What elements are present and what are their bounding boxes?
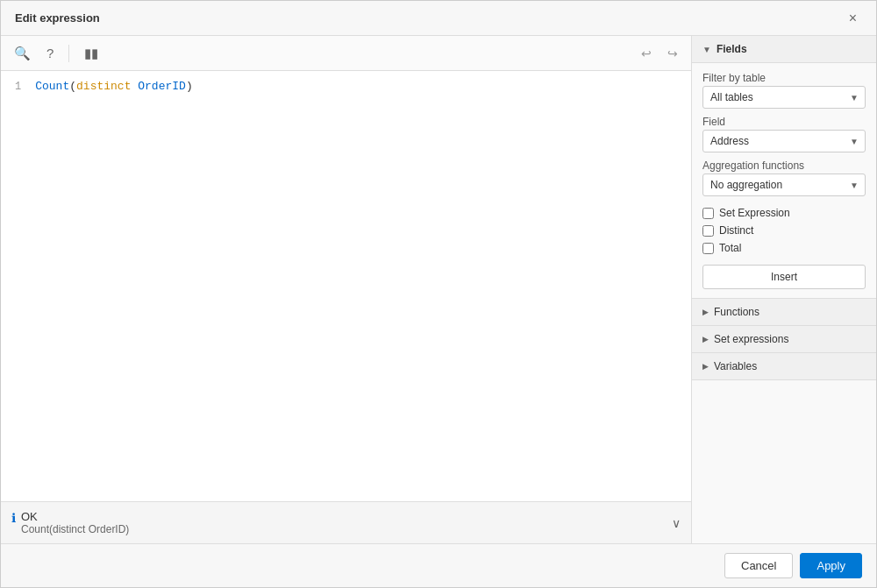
code-keyword: distinct [76,80,131,93]
editor-area: 🔍 ? ▮▮ ↩ ↪ 1 [1,36,692,543]
redo-button[interactable]: ↪ [663,44,682,63]
status-expression: Count(distinct OrderID) [21,523,129,535]
status-text: OK Count(distinct OrderID) [21,510,129,535]
functions-triangle-icon: ▶ [702,308,709,316]
field-label: Field [702,116,866,128]
status-bar: ℹ OK Count(distinct OrderID) ∨ [1,501,691,543]
filter-by-table-select[interactable]: All tables [702,86,866,109]
distinct-item[interactable]: Distinct [702,224,866,237]
variables-label: Variables [714,360,757,372]
variables-triangle-icon: ▶ [702,362,709,371]
search-icon: 🔍 [14,46,31,60]
aggregation-label: Aggregation functions [702,159,866,172]
dialog-header: Edit expression × [1,1,876,36]
field-group: Field Address ▼ [702,116,866,152]
variables-header[interactable]: ▶ Variables [692,353,876,379]
fields-section-header: ▼ Fields [692,36,876,63]
help-icon: ? [46,46,53,60]
toolbar-divider [68,45,69,62]
distinct-checkbox[interactable] [702,225,714,237]
fields-triangle-icon: ▼ [702,45,711,54]
dialog-title: Edit expression [15,11,100,25]
dialog-body: 🔍 ? ▮▮ ↩ ↪ 1 [1,36,876,543]
apply-button[interactable]: Apply [800,553,862,578]
set-expression-item[interactable]: Set Expression [702,207,866,219]
code-open-paren: ( [69,80,76,93]
code-func: Count [35,80,69,93]
code-editor[interactable]: 1 Count(distinct OrderID) [1,71,691,501]
field-select[interactable]: Address [702,130,866,152]
insert-button[interactable]: Insert [702,265,866,289]
filter-by-table-label: Filter by table [702,72,866,84]
undo-icon: ↩ [641,46,652,60]
total-item[interactable]: Total [702,242,866,254]
filter-by-table-wrapper: All tables ▼ [702,86,866,109]
edit-expression-dialog: Edit expression × 🔍 ? ▮▮ ↩ [0,0,877,588]
filter-by-table-group: Filter by table All tables ▼ [702,72,866,109]
line-number: 1 [15,81,21,93]
editor-toolbar: 🔍 ? ▮▮ ↩ ↪ [1,36,691,71]
dialog-footer: Cancel Apply [1,543,876,587]
variables-section: ▶ Variables [692,353,876,380]
aggregation-group: Aggregation functions No aggregation ▼ [702,159,866,196]
close-button[interactable]: × [844,10,862,27]
functions-label: Functions [714,306,759,318]
snippet-button[interactable]: ▮▮ [80,43,103,64]
right-panel: ▼ Fields Filter by table All tables ▼ [692,36,876,543]
total-label: Total [719,242,741,254]
code-content: Count(distinct OrderID) [35,80,192,93]
snippet-icon: ▮▮ [84,46,98,60]
set-expressions-label: Set expressions [714,333,788,345]
status-left: ℹ OK Count(distinct OrderID) [11,510,129,535]
set-expressions-header[interactable]: ▶ Set expressions [692,326,876,352]
set-expression-checkbox[interactable] [702,208,714,219]
total-checkbox[interactable] [702,243,714,254]
functions-section: ▶ Functions [692,299,876,326]
aggregation-select[interactable]: No aggregation [702,174,866,196]
code-line-1: 1 Count(distinct OrderID) [15,80,677,93]
info-icon: ℹ [11,511,16,525]
aggregation-wrapper: No aggregation ▼ [702,174,866,196]
code-field: OrderID [131,80,185,93]
undo-button[interactable]: ↩ [637,44,656,63]
functions-header[interactable]: ▶ Functions [692,299,876,325]
status-chevron[interactable]: ∨ [672,516,681,530]
checkbox-group: Set Expression Distinct Total [702,203,866,258]
set-expressions-triangle-icon: ▶ [702,335,709,344]
fields-section-label: Fields [717,43,747,55]
code-close-paren: ) [186,80,193,93]
search-button[interactable]: 🔍 [10,43,35,64]
status-ok-label: OK [21,510,129,523]
distinct-label: Distinct [719,224,753,237]
cancel-button[interactable]: Cancel [724,553,793,578]
set-expression-label: Set Expression [719,207,790,219]
field-wrapper: Address ▼ [702,130,866,152]
fields-content: Filter by table All tables ▼ Field Addre… [692,63,876,299]
redo-icon: ↪ [667,46,678,60]
set-expressions-section: ▶ Set expressions [692,326,876,353]
help-button[interactable]: ? [42,43,58,63]
